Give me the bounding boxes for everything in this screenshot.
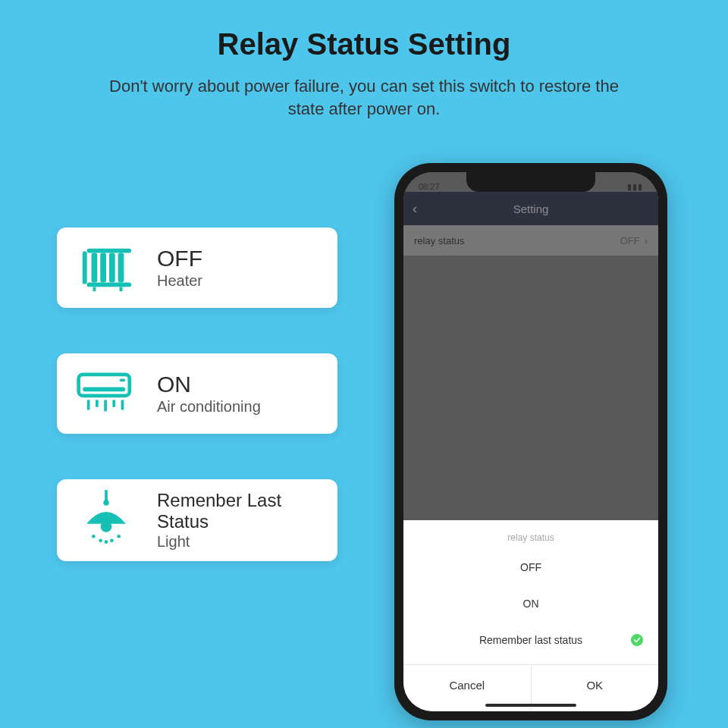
svg-rect-14 bbox=[104, 400, 107, 411]
svg-rect-3 bbox=[92, 253, 98, 283]
svg-rect-6 bbox=[118, 253, 124, 283]
sheet-option-remember-label: Remember last status bbox=[479, 634, 582, 646]
card-heater-status: OFF bbox=[157, 246, 202, 271]
svg-point-23 bbox=[110, 539, 114, 543]
card-heater-label: Heater bbox=[157, 272, 202, 290]
heater-icon bbox=[72, 238, 140, 297]
svg-rect-11 bbox=[120, 378, 125, 381]
card-light-status: Remenber Last Status bbox=[157, 490, 322, 532]
home-indicator[interactable] bbox=[485, 704, 576, 707]
svg-rect-16 bbox=[121, 400, 124, 410]
svg-rect-2 bbox=[87, 283, 131, 287]
light-icon bbox=[72, 491, 140, 550]
action-sheet: relay status OFF ON Remember last status… bbox=[403, 520, 658, 711]
svg-rect-15 bbox=[112, 400, 115, 406]
checkmark-icon bbox=[631, 634, 643, 646]
svg-point-21 bbox=[99, 539, 102, 543]
svg-point-20 bbox=[92, 535, 96, 538]
svg-rect-9 bbox=[79, 375, 130, 396]
feature-cards: OFF Heater ON Air conditioning bbox=[57, 228, 337, 607]
card-light: Remenber Last Status Light bbox=[57, 479, 337, 561]
svg-rect-1 bbox=[87, 249, 131, 253]
svg-rect-7 bbox=[93, 287, 96, 291]
sheet-option-off-label: OFF bbox=[520, 561, 541, 573]
card-heater: OFF Heater bbox=[57, 228, 337, 308]
svg-rect-10 bbox=[83, 388, 125, 392]
page-subtitle: Don't worry about power failure, you can… bbox=[0, 61, 728, 120]
svg-rect-0 bbox=[83, 252, 87, 284]
phone-screen: 08:27 ▮▮▮ ‹ Setting relay status OFF › r… bbox=[403, 172, 658, 711]
svg-rect-8 bbox=[120, 287, 123, 291]
sheet-option-on-label: ON bbox=[523, 598, 539, 610]
svg-rect-12 bbox=[87, 400, 90, 410]
card-ac-status: ON bbox=[157, 372, 261, 397]
svg-point-18 bbox=[103, 500, 108, 505]
sheet-title: relay status bbox=[403, 520, 658, 549]
svg-point-24 bbox=[117, 535, 121, 538]
svg-rect-13 bbox=[96, 400, 99, 406]
phone-notch bbox=[466, 172, 595, 192]
sheet-option-remember[interactable]: Remember last status bbox=[403, 622, 658, 658]
phone-mockup: 08:27 ▮▮▮ ‹ Setting relay status OFF › r… bbox=[394, 163, 667, 720]
svg-point-22 bbox=[105, 540, 108, 544]
card-ac-label: Air conditioning bbox=[157, 398, 261, 416]
sheet-option-off[interactable]: OFF bbox=[403, 549, 658, 585]
page-title: Relay Status Setting bbox=[0, 0, 728, 61]
status-time: 08:27 bbox=[419, 182, 440, 191]
card-ac: ON Air conditioning bbox=[57, 353, 337, 434]
svg-point-19 bbox=[101, 521, 112, 532]
svg-rect-5 bbox=[109, 253, 115, 283]
svg-rect-4 bbox=[100, 253, 106, 283]
sheet-option-on[interactable]: ON bbox=[403, 585, 658, 622]
status-indicators-icon: ▮▮▮ bbox=[627, 182, 643, 192]
ac-icon bbox=[72, 364, 140, 423]
card-light-label: Light bbox=[157, 533, 322, 551]
